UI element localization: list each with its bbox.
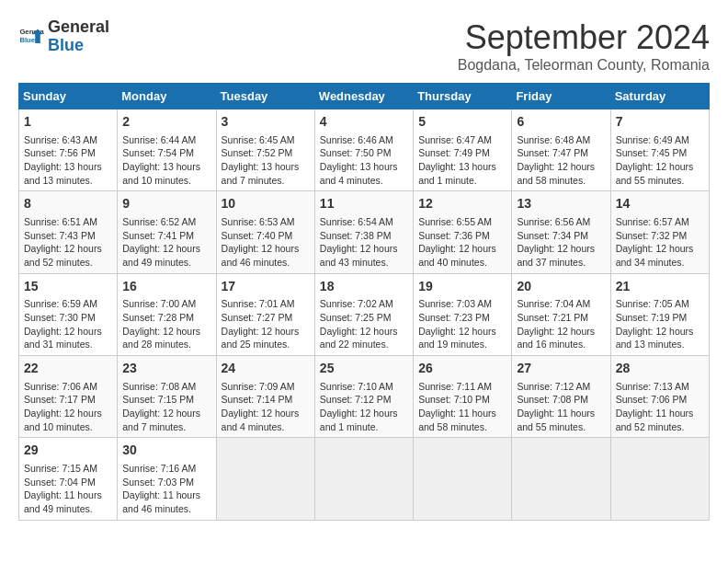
day-info: and 16 minutes. — [517, 338, 605, 351]
calendar-cell: 15Sunrise: 6:59 AMSunset: 7:30 PMDayligh… — [19, 273, 118, 355]
day-info: and 19 minutes. — [418, 338, 506, 351]
day-header-wednesday: Wednesday — [314, 84, 413, 109]
day-info: Sunset: 7:41 PM — [122, 229, 210, 243]
day-info: and 55 minutes. — [517, 420, 605, 434]
day-info: Sunrise: 6:49 AM — [616, 133, 704, 147]
calendar-cell: 13Sunrise: 6:56 AMSunset: 7:34 PMDayligh… — [512, 191, 610, 273]
day-info: and 10 minutes. — [122, 174, 210, 188]
day-info: Sunrise: 6:44 AM — [122, 133, 210, 147]
day-info: and 7 minutes. — [222, 174, 310, 188]
day-info: Daylight: 11 hours — [122, 488, 210, 502]
day-info: and 46 minutes. — [222, 256, 310, 270]
calendar-cell: 4Sunrise: 6:46 AMSunset: 7:50 PMDaylight… — [314, 109, 413, 191]
calendar-cell: 29Sunrise: 7:15 AMSunset: 7:04 PMDayligh… — [19, 438, 118, 520]
svg-text:Blue: Blue — [19, 35, 35, 43]
day-info: Sunrise: 6:54 AM — [320, 215, 408, 229]
day-header-tuesday: Tuesday — [216, 84, 314, 109]
day-info: and 1 minute. — [320, 420, 408, 434]
calendar-header-row: SundayMondayTuesdayWednesdayThursdayFrid… — [19, 84, 710, 109]
day-info: Sunset: 7:14 PM — [222, 393, 310, 407]
day-info: Sunset: 7:12 PM — [320, 393, 408, 407]
day-number: 9 — [122, 195, 210, 213]
day-number: 8 — [24, 195, 112, 213]
day-number: 28 — [616, 360, 704, 378]
day-number: 23 — [122, 360, 210, 378]
day-number: 21 — [616, 278, 704, 296]
day-info: and 10 minutes. — [24, 420, 112, 434]
day-info: Daylight: 13 hours — [222, 160, 310, 174]
day-info: Sunset: 7:04 PM — [24, 476, 112, 489]
page-header: General Blue General Blue September 2024… — [18, 18, 710, 74]
day-info: Sunset: 7:38 PM — [320, 229, 408, 243]
day-info: Daylight: 12 hours — [122, 325, 210, 339]
day-info: Sunrise: 6:48 AM — [517, 133, 605, 147]
day-info: and 13 minutes. — [616, 338, 704, 351]
calendar-cell — [216, 438, 314, 520]
day-info: and 1 minute. — [418, 174, 506, 188]
calendar-cell: 22Sunrise: 7:06 AMSunset: 7:17 PMDayligh… — [19, 356, 118, 438]
day-info: Sunset: 7:19 PM — [616, 311, 704, 325]
day-info: Sunset: 7:15 PM — [122, 393, 210, 407]
day-info: Sunrise: 7:00 AM — [122, 297, 210, 311]
day-info: Sunrise: 7:12 AM — [517, 380, 605, 394]
day-header-sunday: Sunday — [19, 84, 118, 109]
day-number: 17 — [222, 278, 310, 296]
day-number: 2 — [122, 113, 210, 132]
day-info: Sunrise: 7:11 AM — [418, 380, 506, 394]
day-info: and 22 minutes. — [320, 338, 408, 351]
day-number: 3 — [222, 113, 310, 132]
calendar-cell: 2Sunrise: 6:44 AMSunset: 7:54 PMDaylight… — [118, 109, 216, 191]
calendar-week-3: 22Sunrise: 7:06 AMSunset: 7:17 PMDayligh… — [19, 356, 710, 438]
day-number: 7 — [616, 113, 704, 132]
calendar-cell: 21Sunrise: 7:05 AMSunset: 7:19 PMDayligh… — [610, 273, 709, 355]
day-info: and 49 minutes. — [122, 256, 210, 270]
day-info: Sunset: 7:30 PM — [24, 311, 112, 325]
calendar-cell: 24Sunrise: 7:09 AMSunset: 7:14 PMDayligh… — [216, 356, 314, 438]
day-info: and 58 minutes. — [517, 174, 605, 188]
day-info: Sunset: 7:52 PM — [222, 146, 310, 160]
day-info: Sunset: 7:32 PM — [616, 229, 704, 243]
day-info: Sunrise: 6:57 AM — [616, 215, 704, 229]
day-info: Sunrise: 7:04 AM — [517, 297, 605, 311]
calendar-cell — [610, 438, 709, 520]
calendar-cell: 5Sunrise: 6:47 AMSunset: 7:49 PMDaylight… — [414, 109, 512, 191]
day-info: Sunset: 7:08 PM — [517, 393, 605, 407]
day-number: 12 — [418, 195, 506, 213]
day-info: Daylight: 12 hours — [517, 242, 605, 256]
calendar-cell: 20Sunrise: 7:04 AMSunset: 7:21 PMDayligh… — [512, 273, 610, 355]
day-info: Daylight: 12 hours — [122, 242, 210, 256]
calendar-cell: 1Sunrise: 6:43 AMSunset: 7:56 PMDaylight… — [19, 109, 118, 191]
calendar-cell: 16Sunrise: 7:00 AMSunset: 7:28 PMDayligh… — [118, 273, 216, 355]
day-info: and 43 minutes. — [320, 256, 408, 270]
day-number: 29 — [24, 442, 112, 460]
day-number: 4 — [320, 113, 408, 132]
day-info: and 34 minutes. — [616, 256, 704, 270]
day-header-thursday: Thursday — [414, 84, 512, 109]
day-number: 24 — [222, 360, 310, 378]
calendar-cell: 6Sunrise: 6:48 AMSunset: 7:47 PMDaylight… — [512, 109, 610, 191]
day-number: 13 — [517, 195, 605, 213]
day-info: and 52 minutes. — [616, 420, 704, 434]
day-info: Daylight: 11 hours — [517, 407, 605, 420]
day-info: Sunrise: 6:53 AM — [222, 215, 310, 229]
day-info: Sunset: 7:54 PM — [122, 146, 210, 160]
calendar-cell — [314, 438, 413, 520]
day-info: Sunset: 7:45 PM — [616, 146, 704, 160]
day-info: Sunrise: 7:13 AM — [616, 380, 704, 394]
day-info: Daylight: 12 hours — [616, 242, 704, 256]
logo-icon: General Blue — [18, 24, 44, 50]
calendar-week-0: 1Sunrise: 6:43 AMSunset: 7:56 PMDaylight… — [19, 109, 710, 191]
day-info: Sunrise: 6:43 AM — [24, 133, 112, 147]
day-info: Sunset: 7:27 PM — [222, 311, 310, 325]
day-info: Daylight: 12 hours — [222, 242, 310, 256]
day-info: Sunset: 7:21 PM — [517, 311, 605, 325]
day-info: Daylight: 12 hours — [320, 242, 408, 256]
day-info: Sunset: 7:06 PM — [616, 393, 704, 407]
day-info: Sunrise: 6:45 AM — [222, 133, 310, 147]
day-info: Daylight: 12 hours — [616, 325, 704, 339]
day-number: 25 — [320, 360, 408, 378]
calendar-week-1: 8Sunrise: 6:51 AMSunset: 7:43 PMDaylight… — [19, 191, 710, 273]
day-number: 16 — [122, 278, 210, 296]
day-info: and 37 minutes. — [517, 256, 605, 270]
day-number: 5 — [418, 113, 506, 132]
